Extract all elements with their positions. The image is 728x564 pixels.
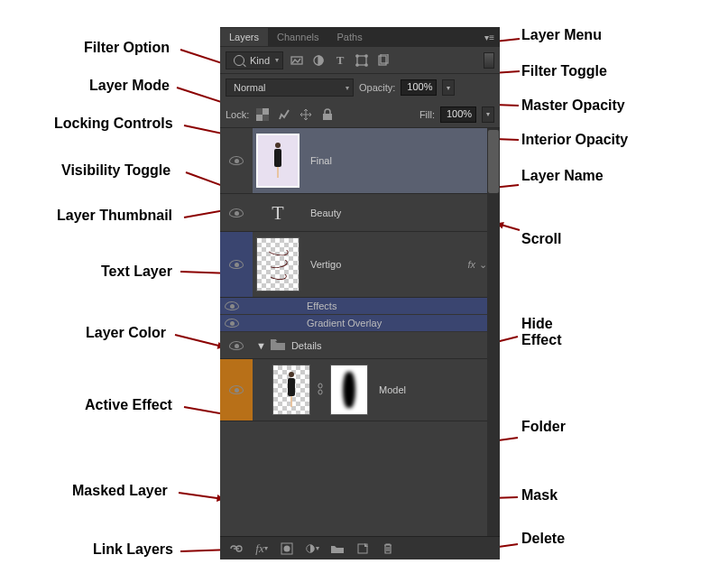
layer-group-details[interactable]: ▼ Details <box>220 332 500 359</box>
visibility-toggle-icon[interactable] <box>229 385 244 394</box>
effect-name-label: Gradient Overlay <box>307 318 382 328</box>
tab-paths[interactable]: Paths <box>328 28 372 46</box>
filter-pixel-icon[interactable] <box>289 52 305 69</box>
filter-type-icon[interactable]: T <box>332 52 348 69</box>
layer-effect-gradient-overlay[interactable]: Gradient Overlay <box>220 315 500 332</box>
layer-model[interactable]: Model <box>220 359 500 421</box>
layer-effects-row[interactable]: Effects <box>220 298 500 315</box>
layer-name-label[interactable]: Details <box>286 340 500 351</box>
annotation-link-layers: Link Layers <box>93 541 173 558</box>
new-group-icon[interactable] <box>330 541 345 556</box>
visibility-toggle-icon[interactable] <box>225 319 239 328</box>
type-layer-icon: T <box>256 201 299 225</box>
panel-menu-icon[interactable]: ▾≡ <box>479 32 500 42</box>
lock-label: Lock: <box>226 109 249 120</box>
delete-layer-icon[interactable] <box>381 541 395 556</box>
layers-list: Final T Beauty Vertigo fx⌄ Effects <box>220 128 500 536</box>
annotation-layer-menu: Layer Menu <box>521 27 602 43</box>
opacity-label: Opacity: <box>359 82 395 93</box>
layer-thumbnail[interactable] <box>272 365 310 415</box>
disclosure-triangle-icon[interactable]: ▼ <box>253 340 270 351</box>
fill-caret-icon[interactable]: ▾ <box>482 106 494 123</box>
annotation-filter-toggle: Filter Toggle <box>521 63 607 79</box>
annotation-scroll: Scroll <box>521 231 561 247</box>
visibility-toggle-icon[interactable] <box>225 301 239 310</box>
layer-name-label[interactable]: Final <box>303 155 500 166</box>
search-icon <box>234 55 244 66</box>
layer-thumbnail[interactable] <box>256 237 299 291</box>
layer-beauty[interactable]: T Beauty <box>220 194 500 232</box>
visibility-toggle-icon[interactable] <box>229 341 244 350</box>
layer-mask-thumbnail[interactable] <box>330 365 368 415</box>
layer-name-label[interactable]: Beauty <box>303 208 500 218</box>
annotation-masked-layer: Masked Layer <box>72 483 168 499</box>
tab-channels[interactable]: Channels <box>268 28 327 46</box>
svg-rect-10 <box>256 108 263 115</box>
svg-point-5 <box>356 63 358 65</box>
lock-all-icon[interactable] <box>319 106 336 123</box>
filter-smartobject-icon[interactable] <box>375 52 392 69</box>
svg-rect-14 <box>318 390 322 394</box>
filter-adjustment-icon[interactable] <box>310 52 327 69</box>
chevron-down-icon: ▾ <box>346 84 349 92</box>
add-adjustment-icon[interactable]: ▾ <box>305 541 319 556</box>
add-mask-icon[interactable] <box>280 541 294 556</box>
scroll-thumb[interactable] <box>488 130 499 193</box>
panel-tabs: Layers Channels Paths ▾≡ <box>220 27 500 47</box>
visibility-toggle-icon[interactable] <box>229 156 244 165</box>
visibility-toggle-icon[interactable] <box>229 208 244 217</box>
filter-shape-icon[interactable] <box>354 52 370 69</box>
svg-rect-13 <box>318 384 322 388</box>
link-mask-icon[interactable] <box>314 383 327 398</box>
layer-final[interactable]: Final <box>220 128 500 194</box>
filter-row: Kind ▾ T <box>220 47 500 74</box>
lock-row: Lock: Fill: 100% ▾ <box>220 101 500 128</box>
annotation-folder: Folder <box>521 419 566 435</box>
svg-rect-12 <box>323 114 332 120</box>
annotation-layer-color: Layer Color <box>86 325 166 341</box>
annotation-visibility-toggle: Visibility Toggle <box>61 162 170 179</box>
annotation-hide-effect: Hide Effect <box>521 316 561 347</box>
effects-label: Effects <box>307 300 336 311</box>
layer-vertigo[interactable]: Vertigo fx⌄ <box>220 232 500 298</box>
annotation-layer-name: Layer Name <box>521 168 604 184</box>
lock-transparent-icon[interactable] <box>254 106 271 123</box>
lock-position-icon[interactable] <box>298 106 314 123</box>
filter-kind-label: Kind <box>250 55 270 66</box>
visibility-toggle-icon[interactable] <box>229 260 244 269</box>
blend-mode-label: Normal <box>234 82 265 93</box>
filter-toggle[interactable] <box>484 52 494 69</box>
add-layer-style-icon[interactable]: fx▾ <box>254 541 269 556</box>
filter-kind-dropdown[interactable]: Kind ▾ <box>226 51 283 69</box>
new-layer-icon[interactable] <box>355 541 370 556</box>
svg-point-6 <box>365 63 367 65</box>
annotation-locking-controls: Locking Controls <box>54 116 173 132</box>
layer-thumbnail[interactable] <box>256 134 299 188</box>
opacity-value[interactable]: 100% <box>401 79 437 96</box>
layer-name-label[interactable]: Model <box>372 384 500 395</box>
blend-mode-dropdown[interactable]: Normal ▾ <box>226 79 354 97</box>
annotation-text-layer: Text Layer <box>101 264 172 280</box>
fill-value[interactable]: 100% <box>440 106 476 123</box>
scrollbar[interactable] <box>487 128 500 536</box>
lock-pixels-icon[interactable] <box>276 106 292 123</box>
layers-bottom-bar: fx▾ ▾ <box>220 536 500 559</box>
layers-panel: Layers Channels Paths ▾≡ Kind ▾ T Normal… <box>220 27 500 559</box>
annotation-delete: Delete <box>521 531 565 547</box>
svg-point-4 <box>365 54 367 56</box>
annotation-layer-thumbnail: Layer Thumbnail <box>57 208 172 224</box>
fill-label: Fill: <box>419 109 435 120</box>
mode-row: Normal ▾ Opacity: 100% ▾ <box>220 74 500 101</box>
annotation-active-effect: Active Effect <box>85 397 172 413</box>
svg-rect-2 <box>357 56 366 65</box>
folder-icon <box>270 338 286 353</box>
annotation-layer-mode: Layer Mode <box>89 78 170 94</box>
layer-name-label[interactable]: Vertigo <box>303 259 467 270</box>
svg-point-3 <box>356 54 358 56</box>
annotation-filter-option: Filter Option <box>84 40 170 56</box>
link-layers-icon[interactable] <box>229 541 244 556</box>
annotation-mask: Mask <box>521 487 558 504</box>
opacity-caret-icon[interactable]: ▾ <box>442 79 455 96</box>
svg-point-16 <box>284 545 290 551</box>
tab-layers[interactable]: Layers <box>220 28 268 46</box>
